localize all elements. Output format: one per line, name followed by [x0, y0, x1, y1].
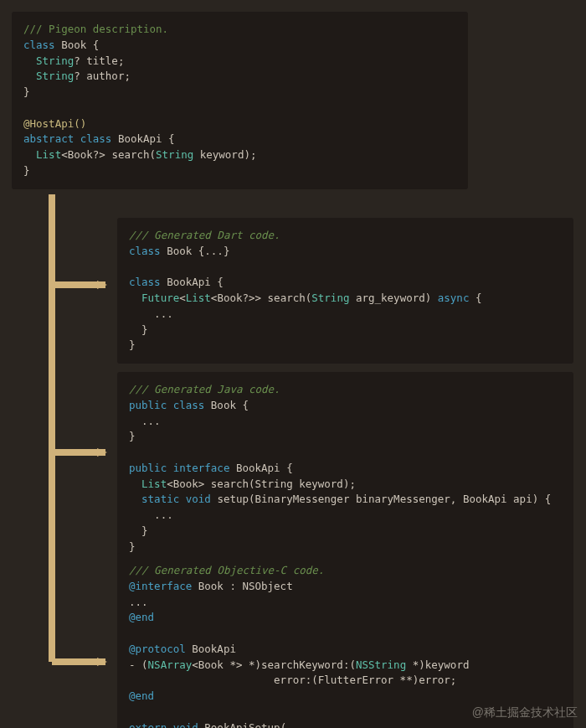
code-line: error:(FlutterError **)error;	[129, 673, 562, 689]
code-line	[23, 101, 456, 116]
code-line: }	[129, 429, 562, 445]
code-line	[129, 260, 562, 276]
code-line: }	[129, 338, 562, 354]
code-line: ...	[129, 595, 562, 611]
code-line: /// Generated Dart code.	[129, 228, 562, 244]
code-line: class Book {	[23, 38, 456, 54]
code-line: abstract class BookApi {	[23, 132, 456, 147]
code-line	[129, 626, 562, 642]
code-line: /// Pigeon description.	[23, 22, 456, 38]
java-code-block: /// Generated Java code. public class Bo…	[117, 372, 573, 565]
code-line: public interface BookApi {	[129, 461, 562, 477]
code-line: List<Book?> search(String keyword);	[23, 147, 456, 163]
code-line: @end	[129, 610, 562, 626]
code-line: String? title;	[23, 54, 456, 70]
code-line: @interface Book : NSObject	[129, 579, 562, 595]
code-line: /// Generated Java code.	[129, 382, 562, 398]
code-line: ...	[129, 508, 562, 524]
watermark-text: @稀土掘金技术社区	[472, 704, 578, 721]
code-line: public class Book {	[129, 398, 562, 414]
source-code-block: /// Pigeon description. class Book { Str…	[12, 12, 468, 189]
code-line: }	[129, 323, 562, 338]
code-line: String? author;	[23, 69, 456, 85]
code-line: }	[23, 163, 456, 179]
code-line: @HostApi()	[23, 116, 456, 132]
code-line: class Book {...}	[129, 244, 562, 260]
code-line: @protocol BookApi	[129, 642, 562, 658]
code-line	[129, 445, 562, 461]
code-line: Future<List<Book?>> search(String arg_ke…	[129, 291, 562, 307]
code-line: }	[129, 524, 562, 540]
code-line: ...	[129, 414, 562, 430]
code-line: - (NSArray<Book *> *)searchKeyword:(NSSt…	[129, 658, 562, 674]
code-line: /// Generated Objective-C code.	[129, 563, 562, 579]
code-line: class BookApi {	[129, 275, 562, 291]
code-line: @end	[129, 689, 562, 705]
code-line: static void setup(BinaryMessenger binary…	[129, 492, 562, 508]
code-line: List<Book> search(String keyword);	[129, 477, 562, 493]
objc-code-block: /// Generated Objective-C code. @interfa…	[117, 553, 573, 728]
dart-code-block: /// Generated Dart code. class Book {...…	[117, 218, 573, 364]
code-line: }	[23, 85, 456, 101]
code-line: ...	[129, 307, 562, 323]
